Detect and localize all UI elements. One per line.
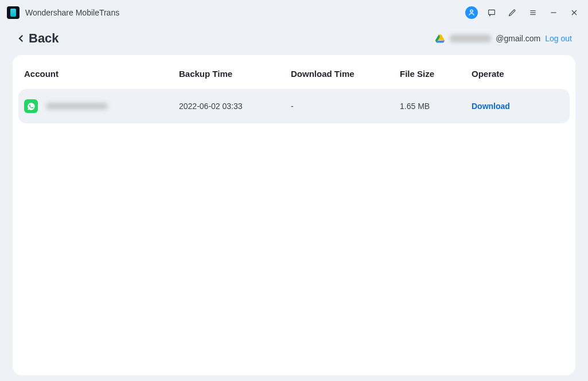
- redacted-email-prefix: [450, 34, 491, 42]
- redacted-account-name: [46, 103, 108, 110]
- col-download-time: Download Time: [291, 69, 400, 79]
- svg-point-0: [470, 10, 473, 12]
- cell-download-time: -: [291, 102, 400, 111]
- titlebar-left: Wondershare MobileTrans: [7, 6, 119, 19]
- svg-marker-10: [437, 41, 445, 43]
- cell-account: [24, 99, 179, 113]
- chevron-left-icon: [16, 33, 26, 44]
- close-button[interactable]: [567, 6, 581, 20]
- feedback-icon[interactable]: [485, 6, 499, 20]
- col-backup-time: Backup Time: [179, 69, 291, 79]
- account-info: @gmail.com Log out: [435, 33, 572, 44]
- cell-backup-time: 2022-06-02 03:33: [179, 102, 291, 111]
- google-drive-icon: [435, 33, 445, 44]
- app-title: Wondershare MobileTrans: [25, 8, 119, 17]
- col-file-size: File Size: [400, 69, 472, 79]
- cell-file-size: 1.65 MB: [400, 102, 472, 111]
- table-header: Account Backup Time Download Time File S…: [18, 62, 570, 89]
- svg-rect-1: [489, 10, 495, 14]
- titlebar: Wondershare MobileTrans: [0, 0, 588, 25]
- titlebar-right: [465, 6, 581, 20]
- backup-card: Account Backup Time Download Time File S…: [13, 55, 575, 375]
- back-button[interactable]: Back: [16, 31, 59, 46]
- back-label: Back: [29, 31, 59, 46]
- minimize-button[interactable]: [547, 6, 560, 20]
- logout-link[interactable]: Log out: [545, 34, 572, 43]
- page-header: Back @gmail.com Log out: [0, 25, 588, 55]
- menu-icon[interactable]: [526, 6, 540, 20]
- download-link[interactable]: Download: [472, 102, 510, 111]
- col-operate: Operate: [472, 69, 564, 79]
- user-account-icon[interactable]: [465, 6, 478, 19]
- email-suffix: @gmail.com: [496, 34, 540, 43]
- col-account: Account: [24, 69, 179, 79]
- table-row: 2022-06-02 03:33 - 1.65 MB Download: [18, 89, 570, 123]
- app-logo-icon: [7, 6, 20, 19]
- whatsapp-icon: [24, 99, 38, 113]
- edit-icon[interactable]: [505, 6, 519, 20]
